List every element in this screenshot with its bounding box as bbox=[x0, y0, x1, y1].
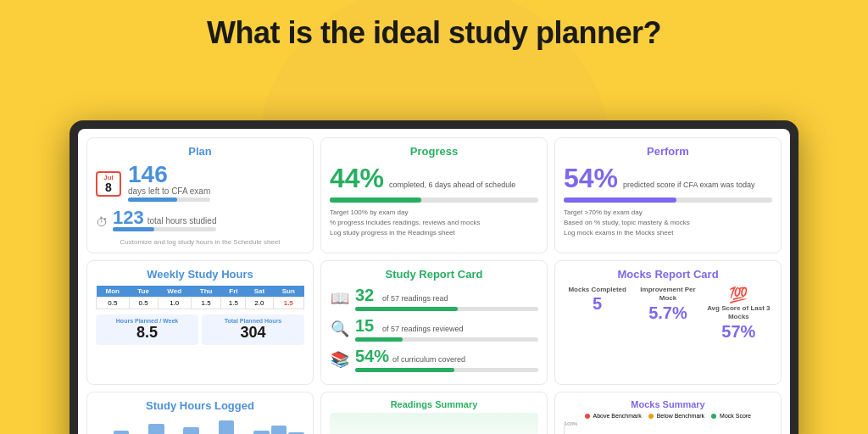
improvement-val: 5.7% bbox=[634, 303, 701, 323]
perform-card: Perform 54% predicted score if CFA exam … bbox=[554, 137, 782, 253]
bar-6 bbox=[183, 427, 199, 434]
plan-note: Customize and log study hours in the Sch… bbox=[96, 238, 304, 246]
plan-hours-row: ⏱ 123 total hours studied bbox=[96, 209, 304, 235]
hours-sun: 1.5 bbox=[273, 298, 303, 309]
hours-thu: 1.5 bbox=[191, 298, 221, 309]
laptop-screen: Plan Jul 8 146 days left to CFA exam bbox=[78, 129, 790, 434]
legend-above-label: Above Benchmark bbox=[593, 413, 642, 419]
progress-note2: % progress includes readings, reviews an… bbox=[330, 218, 538, 228]
perform-subtitle: predicted score if CFA exam was today bbox=[623, 181, 755, 189]
readings-read-bar bbox=[355, 307, 538, 311]
bar-10 bbox=[253, 431, 270, 434]
hours-mon: 0.5 bbox=[97, 298, 130, 309]
day-tue: Tue bbox=[129, 286, 158, 298]
progress-big: 44% completed, 6 days ahead of schedule bbox=[330, 163, 538, 194]
readings-summary-content bbox=[330, 413, 538, 434]
plan-days-left: 146 bbox=[128, 163, 210, 186]
progress-card: Progress 44% completed, 6 days ahead of … bbox=[320, 137, 548, 253]
dashboard: Plan Jul 8 146 days left to CFA exam bbox=[86, 137, 782, 434]
day-fri: Fri bbox=[221, 286, 246, 298]
hours-wed: 1.0 bbox=[158, 298, 191, 309]
readings-reviewed-num: 15 bbox=[355, 316, 379, 336]
weekly-table: Mon Tue Wed Thu Fri Sat Sun 0.5 0.5 1.0 bbox=[96, 286, 304, 309]
perform-title: Perform bbox=[564, 145, 772, 158]
logged-card: Study Hours Logged bbox=[86, 392, 314, 434]
search-icon: 🔍 bbox=[330, 320, 350, 338]
book-icon: 📖 bbox=[330, 289, 350, 308]
progress-title: Progress bbox=[330, 145, 538, 158]
perform-note2: Based on % study, topic mastery & mocks bbox=[564, 218, 772, 228]
mocks-legend: Above Benchmark Below Benchmark Mock Sco… bbox=[564, 413, 772, 419]
perform-big: 54% predicted score if CFA exam was toda… bbox=[564, 163, 772, 194]
progress-bar bbox=[330, 198, 538, 203]
plan-hours-group: 123 total hours studied bbox=[113, 209, 216, 235]
bar-11 bbox=[271, 426, 287, 434]
plan-days-bar bbox=[128, 198, 210, 202]
chart-label-100: 100% bbox=[565, 421, 577, 426]
mocks-completed-val: 5 bbox=[564, 294, 631, 314]
mocks-summary-title: Mocks Summary bbox=[564, 399, 772, 409]
avg-score-label: Avg Score of Last 3 Mocks bbox=[705, 304, 772, 322]
total-planned-box: Total Planned Hours 304 bbox=[202, 314, 304, 345]
plan-hours-label: total hours studied bbox=[147, 216, 217, 225]
hours-planned-value: 8.5 bbox=[99, 324, 195, 342]
hours-sat: 2.0 bbox=[246, 298, 273, 309]
bar-4 bbox=[148, 424, 164, 434]
legend-above: Above Benchmark bbox=[585, 413, 642, 419]
hours-tue: 0.5 bbox=[129, 298, 158, 309]
legend-mock-label: Mock Score bbox=[720, 413, 751, 419]
readings-read-num: 32 bbox=[355, 286, 379, 305]
improvement-group: Improvement Per Mock 5.7% bbox=[634, 286, 701, 342]
plan-days-label: days left to CFA exam bbox=[128, 186, 210, 196]
hours-planned-label: Hours Planned / Week bbox=[99, 318, 195, 324]
hours-planned-box: Hours Planned / Week 8.5 bbox=[96, 314, 198, 345]
legend-dot-below bbox=[648, 414, 654, 419]
legend-mock: Mock Score bbox=[711, 413, 751, 419]
books-icon: 📚 bbox=[330, 350, 350, 369]
avg-score-val: 57% bbox=[705, 322, 772, 342]
curriculum-group: 54% of curriculum covered bbox=[355, 347, 538, 372]
bar-2 bbox=[114, 431, 130, 434]
study-report-card: Study Report Card 📖 32 of 57 readings re… bbox=[320, 260, 548, 385]
readings-reviewed-bar-fill bbox=[355, 337, 403, 342]
weekly-title: Weekly Study Hours bbox=[96, 268, 304, 281]
hours-fri: 1.5 bbox=[221, 298, 246, 309]
laptop-frame: Plan Jul 8 146 days left to CFA exam bbox=[70, 120, 798, 434]
readings-reviewed-row: 🔍 15 of 57 readings reviewed bbox=[330, 316, 538, 342]
readings-read-row: 📖 32 of 57 readings read bbox=[330, 286, 538, 311]
plan-top: Jul 8 146 days left to CFA exam bbox=[96, 163, 304, 205]
avg-score-group: 💯 Avg Score of Last 3 Mocks 57% bbox=[705, 286, 772, 342]
study-report-title: Study Report Card bbox=[330, 268, 538, 281]
laptop-container: Plan Jul 8 146 days left to CFA exam bbox=[70, 120, 798, 434]
curriculum-bar bbox=[355, 368, 538, 372]
mocks-summary-card: Mocks Summary Above Benchmark Below Benc… bbox=[554, 392, 782, 434]
total-planned-label: Total Planned Hours bbox=[205, 318, 301, 324]
progress-pct: 44% bbox=[330, 163, 384, 194]
weekly-stats: Hours Planned / Week 8.5 Total Planned H… bbox=[96, 314, 304, 345]
day-sat: Sat bbox=[246, 286, 273, 298]
plan-days-bar-fill bbox=[128, 198, 177, 202]
plan-hours: 123 bbox=[113, 209, 144, 227]
progress-subtitle: completed, 6 days ahead of schedule bbox=[389, 181, 515, 189]
calendar-day: 8 bbox=[97, 181, 120, 193]
perform-bar-fill bbox=[564, 198, 676, 203]
mocks-chart-area: 100% 75% bbox=[564, 421, 772, 434]
mocks-chart-svg bbox=[565, 421, 772, 434]
readings-read-bar-fill bbox=[355, 307, 458, 311]
day-wed: Wed bbox=[158, 286, 191, 298]
bar-8 bbox=[219, 420, 235, 434]
calendar-icon: Jul 8 bbox=[96, 171, 121, 197]
improvement-label: Improvement Per Mock bbox=[634, 286, 701, 303]
mocks-completed-group: Mocks Completed 5 bbox=[564, 286, 631, 342]
weekly-hours-row: 0.5 0.5 1.0 1.5 1.5 2.0 1.5 bbox=[97, 298, 304, 309]
plan-title: Plan bbox=[96, 145, 304, 158]
progress-note3: Log study progress in the Readings sheet bbox=[330, 228, 538, 238]
total-planned-value: 304 bbox=[205, 324, 301, 342]
legend-dot-above bbox=[585, 414, 590, 419]
mocks-stats: Mocks Completed 5 Improvement Per Mock 5… bbox=[564, 286, 772, 342]
plan-card: Plan Jul 8 146 days left to CFA exam bbox=[86, 137, 314, 253]
readings-reviewed-bar bbox=[355, 337, 538, 342]
legend-below: Below Benchmark bbox=[648, 413, 704, 419]
readings-summary-title: Readings Summary bbox=[330, 399, 538, 409]
perform-bar bbox=[564, 198, 772, 203]
